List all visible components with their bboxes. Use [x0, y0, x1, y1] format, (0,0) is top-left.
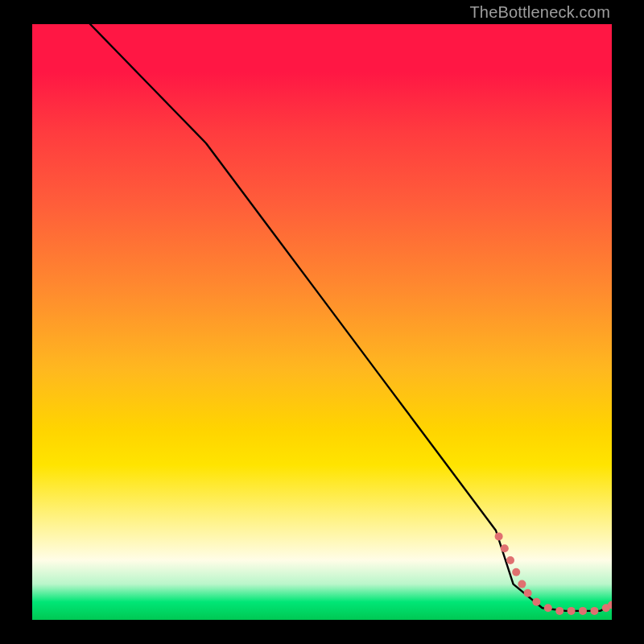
- highlight-dot: [512, 568, 520, 576]
- highlight-dot: [532, 598, 540, 606]
- chart-overlay: [32, 24, 612, 620]
- highlight-dot: [555, 607, 564, 615]
- plot-area: [32, 24, 612, 620]
- chart-frame: TheBottleneck.com: [0, 0, 644, 644]
- highlight-dot: [568, 607, 576, 615]
- highlight-dot: [518, 580, 526, 588]
- highlight-dot: [579, 607, 587, 615]
- attribution-label: TheBottleneck.com: [469, 3, 610, 22]
- highlight-dots: [495, 532, 612, 615]
- bottleneck-curve: [90, 24, 612, 611]
- highlight-dot: [590, 607, 598, 615]
- highlight-dot: [544, 604, 552, 612]
- highlight-dot: [501, 544, 509, 552]
- highlight-dot: [524, 589, 532, 597]
- highlight-dot: [495, 532, 503, 540]
- highlight-dot: [506, 556, 514, 564]
